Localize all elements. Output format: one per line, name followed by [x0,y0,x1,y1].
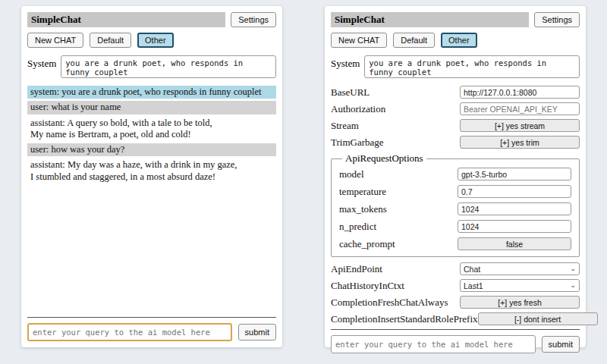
settings-button[interactable]: Settings [534,12,580,27]
stream-label: Stream [331,120,460,132]
query-input[interactable] [331,335,536,353]
model-label: model [339,168,458,180]
setting-row-chat-history: ChatHistoryInCtxt Last1 ⌄ [331,279,580,292]
baseurl-label: BaseURL [331,86,460,99]
chat-message-user: user: how was your day? [27,143,276,156]
trimgarbage-label: TrimGarbage [331,136,460,149]
setting-row-baseurl: BaseURL [331,86,580,99]
submit-button[interactable]: submit [542,336,580,353]
max-tokens-label: max_tokens [339,203,458,215]
session-row: New CHAT Default Other [27,33,276,48]
chat-panel: SimpleChat Settings New CHAT Default Oth… [21,6,282,347]
authorization-input[interactable] [460,102,580,115]
query-input[interactable] [27,323,232,341]
submit-button[interactable]: submit [238,324,276,340]
api-endpoint-selected-value: Chat [464,265,480,274]
model-input[interactable] [458,168,571,180]
completion-insert-label: CompletionInsertStandardRolePrefix [331,313,478,325]
baseurl-input[interactable] [460,86,580,99]
session-tab-other[interactable]: Other [441,33,477,48]
system-prompt-input[interactable]: you are a drunk poet, who responds in fu… [364,55,580,78]
system-prompt-row: System you are a drunk poet, who respond… [331,55,580,78]
setting-row-completion-insert: CompletionInsertStandardRolePrefix [-] d… [331,312,580,325]
chat-message-assistant: assistant: A query so bold, with a tale … [27,117,276,142]
api-request-options-fieldset: ApiRequestOptions model temperature max_… [331,152,580,257]
query-footer: submit [27,317,276,341]
chat-message-user: user: what is your name [27,101,276,114]
chat-message-list: system: you are a drunk poet, who respon… [27,86,276,317]
setting-row-max-tokens: max_tokens [339,202,571,215]
app-title: SimpleChat [27,12,225,27]
chat-history-selected-value: Last1 [464,281,483,290]
divider [27,317,276,318]
setting-row-authorization: Authorization [331,102,580,115]
cache-prompt-toggle-button[interactable]: false [458,237,571,250]
max-tokens-input[interactable] [458,202,571,215]
setting-row-trimgarbage: TrimGarbage [+] yes trim [331,136,580,149]
setting-row-n-predict: n_predict [339,220,571,233]
chat-history-label: ChatHistoryInCtxt [331,280,460,292]
setting-row-completion-fresh: CompletionFreshChatAlways [+] yes fresh [331,296,580,309]
chevron-down-icon: ⌄ [570,282,576,289]
completion-fresh-toggle-button[interactable]: [+] yes fresh [460,296,580,309]
chat-history-select[interactable]: Last1 ⌄ [460,279,580,292]
titlebar: SimpleChat Settings [27,12,276,27]
api-endpoint-label: ApiEndPoint [331,263,460,275]
system-prompt-row: System you are a drunk poet, who respond… [27,55,276,78]
system-label: System [331,55,360,78]
new-chat-button[interactable]: New CHAT [27,33,83,48]
completion-fresh-label: CompletionFreshChatAlways [331,297,460,309]
chevron-down-icon: ⌄ [570,265,576,272]
app-title: SimpleChat [331,12,529,27]
system-label: System [27,55,56,78]
setting-row-temperature: temperature [339,185,571,198]
settings-button[interactable]: Settings [231,12,276,27]
setting-row-stream: Stream [+] yes stream [331,119,580,132]
api-request-options-legend: ApiRequestOptions [342,152,426,165]
session-row: New CHAT Default Other [331,33,580,48]
n-predict-input[interactable] [458,220,571,233]
divider [331,329,580,330]
temperature-label: temperature [339,186,458,198]
temperature-input[interactable] [458,185,571,198]
api-endpoint-select[interactable]: Chat ⌄ [460,262,580,275]
setting-row-model: model [339,168,571,180]
session-tab-default[interactable]: Default [393,33,435,48]
titlebar: SimpleChat Settings [331,12,580,27]
chat-message-assistant: assistant: My day was a haze, with a dri… [27,158,276,184]
settings-panel: SimpleChat Settings New CHAT Default Oth… [325,6,586,347]
trimgarbage-toggle-button[interactable]: [+] yes trim [460,136,580,149]
settings-form: BaseURL Authorization Stream [+] yes str… [331,86,580,329]
authorization-label: Authorization [331,103,460,115]
new-chat-button[interactable]: New CHAT [331,33,387,48]
stream-toggle-button[interactable]: [+] yes stream [460,119,580,132]
n-predict-label: n_predict [339,221,458,233]
chat-message-system: system: you are a drunk poet, who respon… [27,86,276,99]
system-prompt-input[interactable]: you are a drunk poet, who responds in fu… [61,55,276,78]
cache-prompt-label: cache_prompt [339,238,458,250]
setting-row-cache-prompt: cache_prompt false [339,237,571,250]
setting-row-api-endpoint: ApiEndPoint Chat ⌄ [331,262,580,275]
session-tab-default[interactable]: Default [90,33,131,48]
query-footer: submit [331,329,580,353]
completion-insert-toggle-button[interactable]: [-] dont insert [478,312,598,325]
session-tab-other[interactable]: Other [137,33,174,48]
